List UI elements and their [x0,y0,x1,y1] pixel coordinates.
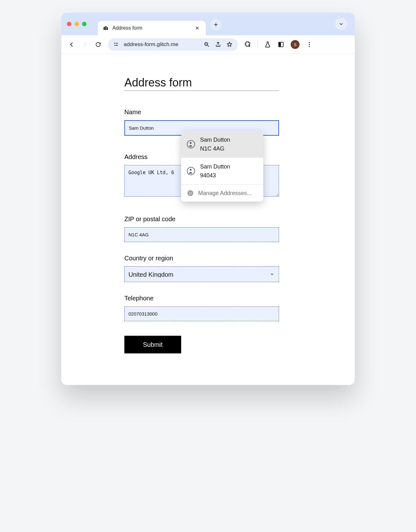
svg-point-8 [309,42,310,43]
svg-rect-3 [114,45,116,46]
manage-addresses-label: Manage Addresses... [198,190,252,197]
tabs-chevron-button[interactable] [335,18,347,30]
svg-rect-7 [279,43,281,47]
close-tab-icon[interactable] [194,25,201,32]
postal-label: ZIP or postal code [124,216,279,223]
manage-addresses-button[interactable]: Manage Addresses... [181,185,263,202]
svg-rect-4 [117,45,118,46]
svg-point-13 [189,192,191,194]
menu-kebab-icon[interactable] [306,41,313,48]
autofill-item-title: Sam Dutton [200,136,230,144]
reading-list-icon[interactable] [277,41,284,48]
toolbar-separator [258,41,258,48]
url-text: address-form.glitch.me [124,41,178,48]
autofill-popup: Sam Dutton N1C 4AG Sam Dutton 94043 [181,131,263,202]
name-label: Name [124,109,279,116]
site-settings-icon[interactable] [113,41,119,48]
page-content: Address form Name Address Google UK Ltd,… [61,54,355,353]
svg-point-9 [309,44,310,45]
submit-button[interactable]: Submit [124,336,181,353]
tab-strip: Address form [61,13,355,35]
zoom-window-button[interactable] [82,22,86,26]
svg-point-0 [114,43,115,44]
country-select[interactable]: United Kingdom [124,266,279,282]
tab-title: Address form [112,25,142,31]
labs-icon[interactable] [264,41,271,48]
svg-point-10 [309,46,310,47]
browser-window: Address form [61,13,355,385]
autofill-item[interactable]: Sam Dutton N1C 4AG [181,131,263,158]
telephone-label: Telephone [124,295,279,302]
postal-input[interactable] [124,227,279,242]
person-icon [187,167,195,175]
close-window-button[interactable] [67,22,71,26]
tab-address-form[interactable]: Address form [98,21,206,35]
profile-avatar[interactable]: S [291,40,300,49]
autofill-item[interactable]: Sam Dutton 94043 [181,158,263,185]
share-icon[interactable] [215,41,222,48]
telephone-input[interactable] [124,306,279,321]
toolbar: address-form.glitch.me [61,35,355,54]
country-label: Country or region [124,255,279,262]
autofill-item-subtitle: N1C 4AG [200,145,230,152]
svg-rect-1 [116,43,118,44]
bookmark-star-icon[interactable] [226,41,233,48]
window-controls [67,22,86,26]
nav-forward-button[interactable] [81,41,88,48]
autofill-item-title: Sam Dutton [200,163,230,170]
address-bar[interactable]: address-form.glitch.me [108,38,238,51]
person-icon [187,140,195,148]
address-form: Address form Name Address Google UK Ltd,… [124,76,279,353]
new-tab-button[interactable] [210,19,222,30]
svg-point-2 [116,45,117,46]
page-title: Address form [124,76,279,91]
extensions-icon[interactable] [244,41,251,48]
reload-button[interactable] [95,41,102,48]
chrome-icon [187,190,194,197]
nav-back-button[interactable] [68,41,75,48]
zoom-icon[interactable] [203,41,210,48]
favicon-icon [103,25,109,31]
minimize-window-button[interactable] [74,22,79,26]
autofill-item-subtitle: 94043 [200,172,230,179]
